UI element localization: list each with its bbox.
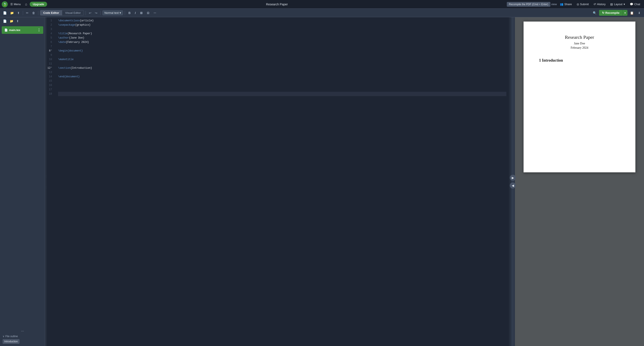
line-number-6: 6 — [47, 40, 54, 44]
left-gutter-panel: · · · · · · — [45, 17, 47, 346]
more-button[interactable]: ··· — [152, 10, 158, 16]
sidebar-file-item[interactable]: 📄 main.tex ⋮ — [2, 26, 43, 34]
brace-token: {February 2024} — [66, 40, 89, 44]
undo-button[interactable]: ↩ — [88, 10, 93, 16]
format-label: Normal text — [104, 11, 118, 15]
sidebar-upload-button[interactable]: ⬆ — [15, 19, 20, 24]
chat-label: Chat — [634, 3, 640, 6]
keyword-token: \end — [58, 75, 64, 79]
file-outline-dots: ··· — [2, 328, 43, 334]
brace-token: {article} — [80, 19, 94, 23]
menu-button[interactable]: ☰ Menu — [8, 2, 22, 7]
outline-item-introduction[interactable]: Introduction — [2, 339, 20, 344]
line-number-9: 9 — [47, 53, 54, 57]
submit-icon: ◎ — [577, 3, 579, 6]
italic-button[interactable]: I — [133, 10, 138, 16]
upgrade-button[interactable]: Upgrade — [30, 2, 47, 7]
search-button[interactable]: 🔍 — [591, 10, 598, 16]
line-number-17: 17 — [47, 87, 54, 92]
symbol-button[interactable]: Ω — [145, 10, 151, 16]
code-editor-tab[interactable]: Code Editor — [40, 10, 62, 15]
code-line-13 — [58, 70, 506, 75]
pdf-title: Research Paper — [539, 35, 620, 40]
divider-line — [513, 17, 513, 346]
expand-left-button[interactable]: ◀ — [510, 183, 516, 189]
line-number-15: 15 — [47, 79, 54, 83]
file-icon: 📄 — [4, 29, 8, 32]
submit-label: Submit — [580, 3, 589, 6]
upload-button[interactable]: ⬆ — [16, 10, 21, 16]
pencil-button[interactable]: ✏ — [25, 10, 30, 16]
toolbar-divider-3 — [86, 11, 86, 15]
file-outline-header[interactable]: ∨ File outline — [2, 334, 43, 339]
keyword-token: \title — [58, 32, 67, 36]
pdf-author: Jane Doe — [539, 42, 620, 45]
keyword-token: \author — [58, 36, 69, 40]
file-outline-chevron-icon: ∨ — [2, 335, 4, 338]
pdf-page: Research Paper Jane Doe February 2024 1 … — [524, 22, 636, 172]
brace-token: {Research Paper} — [67, 32, 92, 36]
share-button[interactable]: 👥 Share — [558, 2, 574, 7]
home-icon: ⌂ — [25, 2, 27, 6]
keyword-token: \usepackage — [58, 23, 75, 27]
line-number-3: 3 — [47, 27, 54, 32]
line-number-4: 4 — [47, 32, 54, 36]
recompile-button[interactable]: ↻ Recompile — [599, 10, 622, 16]
sidebar-new-folder-button[interactable]: 📁 — [8, 19, 15, 24]
home-button[interactable]: ⌂ — [24, 2, 29, 7]
new-file-button[interactable]: 📄 — [2, 10, 8, 16]
pdf-view-button[interactable]: 📋 — [628, 10, 636, 16]
table-button[interactable]: ⊞ — [138, 10, 144, 16]
layout-button[interactable]: ▤ Layout ▾ — [608, 2, 627, 7]
new-folder-button[interactable]: 📁 — [9, 10, 15, 16]
recompile-icon: ↻ — [602, 11, 604, 15]
pdf-section-introduction: 1 Introduction — [539, 58, 620, 63]
sidebar-top-actions: 📄 📁 ⬆ — [0, 17, 45, 25]
pdf-download-button[interactable]: ⬇ — [636, 10, 642, 16]
document-title: Research Paper — [48, 3, 506, 6]
pdf-date: February 2024 — [539, 46, 620, 50]
brace-token: {Jane Doe} — [69, 36, 84, 40]
trash-button[interactable]: 🗑 — [31, 10, 36, 16]
recompile-label: Recompile — [605, 11, 620, 15]
bold-button[interactable]: B — [127, 10, 132, 16]
submit-button[interactable]: ◎ Submit — [574, 2, 591, 7]
format-selector[interactable]: Normal text ▾ — [102, 10, 123, 15]
document-token: {document} — [67, 49, 83, 53]
expand-right-button[interactable]: ▶ — [510, 175, 516, 181]
toolbar-divider-2 — [38, 11, 38, 15]
code-content[interactable]: \documentclass{article}\usepackage{graph… — [56, 17, 509, 346]
keyword-token: \section — [58, 66, 70, 70]
line-numbers: 12345678*9101112*131415161718 — [47, 17, 56, 346]
line-number-11: 11 — [47, 62, 54, 66]
menu-icon: ☰ — [10, 3, 13, 6]
code-editor: 12345678*9101112*131415161718 \documentc… — [47, 17, 509, 346]
line-number-16: 16 — [47, 83, 54, 87]
visual-editor-tab[interactable]: Visual Editor — [62, 10, 84, 15]
recompile-group: ↻ Recompile ▾ — [599, 10, 628, 16]
chat-button[interactable]: 💬 Chat — [628, 2, 642, 7]
line-number-5: 5 — [47, 36, 54, 40]
keyword-token: \begin — [58, 49, 67, 53]
pdf-preview: Research Paper Jane Doe February 2024 1 … — [515, 17, 644, 346]
history-icon: ↺ — [594, 3, 596, 6]
line-number-13: 13 — [47, 70, 54, 75]
title-text: Research Paper — [266, 3, 288, 6]
file-more-icon[interactable]: ⋮ — [37, 28, 41, 32]
menu-label: Menu — [14, 3, 21, 6]
history-button[interactable]: ↺ History — [591, 2, 608, 7]
recompile-dropdown-button[interactable]: ▾ — [622, 10, 628, 16]
recompile-hint: Recompile the PDF (Cmd + Enter) — [507, 2, 550, 7]
brace-token: {graphicx} — [75, 23, 90, 27]
file-actions: 📄 📁 ⬆ — [2, 10, 21, 16]
line-number-7: 7 — [47, 44, 54, 49]
toolbar-divider-5 — [125, 11, 125, 15]
redo-button[interactable]: ↪ — [94, 10, 99, 16]
editor-toolbar: 📄 📁 ⬆ ✏ 🗑 Code Editor Visual Editor ↩ ↪ … — [0, 9, 644, 17]
share-icon: 👥 — [560, 3, 563, 6]
share-label: Share — [564, 3, 572, 6]
sidebar-new-file-button[interactable]: 📄 — [2, 19, 8, 24]
line-number-1: 1 — [47, 19, 54, 23]
keyword-token: \maketitle — [58, 57, 74, 62]
line-number-12: 12* — [47, 66, 54, 70]
